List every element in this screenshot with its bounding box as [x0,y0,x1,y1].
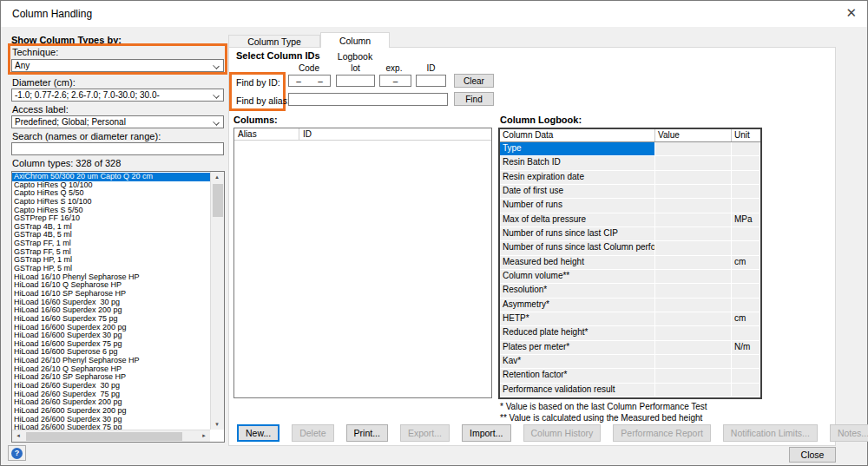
id-input[interactable] [416,75,446,87]
access-value: Predefined; Global; Personal [15,117,126,127]
delete-button[interactable]: Delete [292,424,333,442]
tab-column-logbook[interactable]: Column Logbook [320,32,390,48]
logbook-row[interactable]: Asymmetry* [500,299,760,312]
lot-input[interactable] [336,75,375,87]
logbook-row[interactable]: Performance validation result [500,384,760,397]
logbook-cell: Resin Batch ID [500,156,655,170]
scroll-down-icon[interactable]: ▾ [211,419,223,430]
logbook-cell [732,369,760,383]
print-button[interactable]: Print... [346,424,388,442]
logbook-cell [732,384,760,397]
id-column-header: ID [303,129,312,139]
close-button[interactable]: Close [789,447,836,463]
logbook-cell: Kav* [500,355,655,369]
logbook-row[interactable]: Resolution* [500,284,760,298]
logbook-cell: Number of runs [500,199,655,213]
logbook-cell: Number of runs since last Column perform… [500,241,655,255]
code-header: Code [287,63,331,73]
performance-report-button[interactable]: Performance Report [613,424,711,442]
diameter-dropdown[interactable]: -1.0; 0.77-2.6; 2.6-7.0; 7.0-30.0; 30.0- [11,89,224,102]
logbook-header-unit: Unit [732,129,760,141]
technique-dropdown[interactable]: Any [11,59,224,72]
logbook-row[interactable]: Resin Batch ID [500,156,760,170]
alias-input[interactable] [288,93,448,106]
alias-column-header: Alias [238,129,257,139]
exp-input[interactable] [379,75,411,87]
access-dropdown[interactable]: Predefined; Global; Personal [11,115,224,128]
clear-button[interactable]: Clear [454,74,494,88]
logbook-row[interactable]: Number of runs since last CIP [500,227,760,241]
logbook-row[interactable]: Number of runs since last Column perform… [500,241,760,255]
logbook-row[interactable]: HETP*cm [500,312,760,326]
logbook-row[interactable]: Kav* [500,355,760,369]
action-button-row: New...DeletePrint...Export...Import...Co… [237,424,775,442]
horizontal-scrollbar[interactable]: ◂ ▸ [12,430,210,442]
logbook-row[interactable]: Date of first use [500,185,760,199]
vertical-scroll-thumb[interactable] [213,184,223,217]
import-button[interactable]: Import... [462,424,511,442]
code-input[interactable] [288,75,331,87]
list-item[interactable]: HiLoad 26/600 Superdex 75 pg [12,423,210,430]
export-button[interactable]: Export... [400,424,450,442]
logbook-cell: Column volume** [500,270,655,284]
dialog-title: Column Handling [12,8,92,20]
columns-list[interactable]: Alias ID [233,128,492,398]
logbook-cell [655,185,732,199]
footnote-bed-height: ** Value is calculated using the Measure… [500,413,702,423]
new-button[interactable]: New... [237,424,279,442]
logbook-row[interactable]: Max of delta pressureMPa [500,213,760,227]
chevron-down-icon [214,93,219,98]
logbook-cell: Reduced plate height* [500,326,655,340]
logbook-cell [732,199,760,213]
logbook-cell [732,185,760,199]
notes-button[interactable]: Notes... [830,424,868,442]
logbook-row[interactable]: Type [500,142,760,156]
logbook-cell [732,355,760,369]
search-input[interactable] [11,142,224,155]
technique-value: Any [15,61,30,70]
logbook-cell [732,299,760,312]
column-types-list[interactable]: AxiChrom 50/300 20 um Capto Q 20 cmCapto… [11,171,225,443]
column-history-button[interactable]: Column History [523,424,602,442]
find-button[interactable]: Find [454,92,494,106]
exp-header: exp. [377,63,411,73]
tab-column-type-parameters[interactable]: Column Type Parameters [228,35,320,48]
logbook-row[interactable]: Measured bed heightcm [500,256,760,270]
logbook-row[interactable]: Reduced plate height* [500,326,760,340]
logbook-cell [732,171,760,185]
logbook-row[interactable]: Resin expiration date [500,171,760,185]
close-icon[interactable]: ✕ [845,6,857,20]
logbook-row[interactable]: Plates per meter*N/m [500,341,760,355]
logbook-table-body: TypeResin Batch IDResin expiration dateD… [500,142,760,397]
logbook-cell [655,171,732,185]
logbook-row[interactable]: Number of runs [500,199,760,213]
scroll-up-icon[interactable]: ▴ [211,172,223,182]
scroll-right-icon[interactable]: ▸ [198,430,210,441]
column-logbook-heading: Column Logbook: [500,115,582,125]
logbook-cell [655,142,732,156]
vertical-scrollbar[interactable]: ▴ ▾ [210,172,224,430]
notification-limits-button[interactable]: Notification Limits... [723,424,818,442]
logbook-row[interactable]: Retention factor* [500,369,760,383]
logbook-header-data: Column Data [500,129,655,141]
help-icon: ? [11,448,23,459]
logbook-cell [732,156,760,170]
logbook-cell: Date of first use [500,185,655,199]
horizontal-scroll-thumb[interactable] [26,432,182,441]
logbook-cell: Asymmetry* [500,299,655,312]
scroll-left-icon[interactable]: ◂ [12,430,24,441]
chevron-down-icon [214,63,219,69]
columns-heading: Columns: [233,115,278,125]
lot-header: lot [336,63,375,73]
logbook-cell [655,355,732,369]
logbook-cell [655,299,732,312]
logbook-row[interactable]: Column volume** [500,270,760,284]
help-button[interactable]: ? [8,445,26,461]
id-header: ID [416,63,446,73]
logbook-cell [732,270,760,284]
column-separator [299,128,299,140]
logbook-cell [655,312,732,326]
logbook-cell: Performance validation result [500,384,655,397]
logbook-cell [655,270,732,284]
logbook-cell [655,213,732,227]
